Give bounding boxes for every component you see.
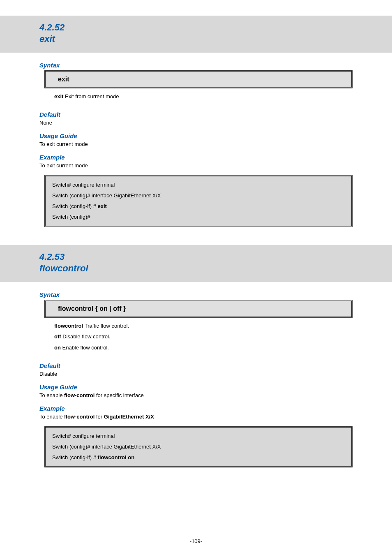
ex-bold: flow-control [64,414,95,420]
code-block: Switch# configure terminal Switch (confi… [44,175,353,227]
code-line: Switch (config)# [52,212,345,222]
section-header-flowcontrol: 4.2.53 flowcontrol [0,245,392,282]
default-text: None [39,120,353,126]
ex-mid: for [95,414,104,420]
param-desc: Enable flow control. [62,345,109,351]
example-heading: Example [39,405,353,412]
code-line: Switch (config-if) # exit [52,201,345,212]
code-line: Switch (config)# interface GigabitEthern… [52,442,345,452]
param-desc: Traffic flow control. [85,323,129,329]
param-line: on Enable flow control. [54,343,353,353]
code-block: Switch# configure terminal Switch (confi… [44,426,353,467]
syntax-box: exit [44,70,353,88]
param-desc: Disable flow control. [62,333,110,340]
param-desc: Exit from current mode [65,93,119,99]
param-line: flowcontrol Traffic flow control. [54,321,353,331]
param-key: off [54,333,62,340]
ex-pre: To enable [39,414,64,420]
param-line: exit Exit from current mode [54,92,353,102]
section-number: 4.2.52 [39,22,353,33]
syntax-heading: Syntax [39,291,353,298]
syntax-box: flowcontrol { on | off } [44,300,353,318]
code-line: Switch (config)# interface GigabitEthern… [52,190,345,201]
ex-bold2: GigabitEthernet X/X [104,414,154,420]
param-key: flowcontrol [54,323,85,329]
usage-text: To exit current mode [39,141,353,147]
page: 4.2.52 exit Syntax exit exit Exit from c… [0,0,392,555]
section-title: flowcontrol [39,263,353,274]
page-number: -109- [0,538,392,544]
example-heading: Example [39,154,353,161]
default-heading: Default [39,111,353,118]
usage-heading: Usage Guide [39,132,353,139]
code-prefix: Switch (config-if) # [52,454,98,460]
syntax-text: flowcontrol { on | off } [58,305,126,312]
default-text: Disable [39,371,353,377]
syntax-text: exit [58,76,69,83]
param-key: exit [54,93,63,99]
code-command: flowcontrol on [98,454,135,460]
usage-pre: To enable [39,392,64,398]
usage-heading: Usage Guide [39,384,353,391]
param-key: on [54,345,62,351]
code-line: Switch# configure terminal [52,180,345,190]
syntax-heading: Syntax [39,62,353,69]
section-number: 4.2.53 [39,252,353,262]
param-line: off Disable flow control. [54,332,353,342]
usage-bold: flow-control [64,392,95,398]
default-heading: Default [39,362,353,369]
code-line: Switch (config-if) # flowcontrol on [52,452,345,463]
usage-post: for specific interface [95,392,143,398]
section-header-exit: 4.2.52 exit [0,16,392,53]
example-text: To enable flow-control for GigabitEthern… [39,414,353,420]
section-title: exit [39,34,353,44]
code-prefix: Switch (config-if) # [52,203,98,209]
example-text: To exit current mode [39,162,353,169]
code-line: Switch# configure terminal [52,431,345,442]
usage-text: To enable flow-control for specific inte… [39,392,353,398]
code-command: exit [98,203,107,209]
